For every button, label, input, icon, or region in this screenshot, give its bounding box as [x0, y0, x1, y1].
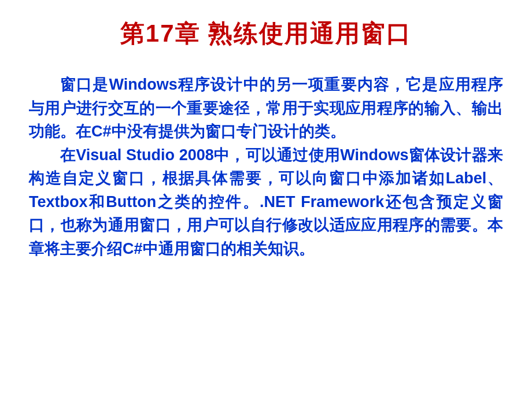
presentation-slide: 第17章 熟练使用通用窗口 窗口是Windows程序设计中的另一项重要内容，它是…	[0, 0, 532, 399]
paragraph-2: 在Visual Studio 2008中，可以通过使用Windows窗体设计器来…	[29, 143, 503, 261]
paragraph-1: 窗口是Windows程序设计中的另一项重要内容，它是应用程序与用户进行交互的一个…	[29, 73, 503, 143]
slide-title: 第17章 熟练使用通用窗口	[29, 17, 503, 50]
slide-content: 窗口是Windows程序设计中的另一项重要内容，它是应用程序与用户进行交互的一个…	[29, 73, 503, 260]
